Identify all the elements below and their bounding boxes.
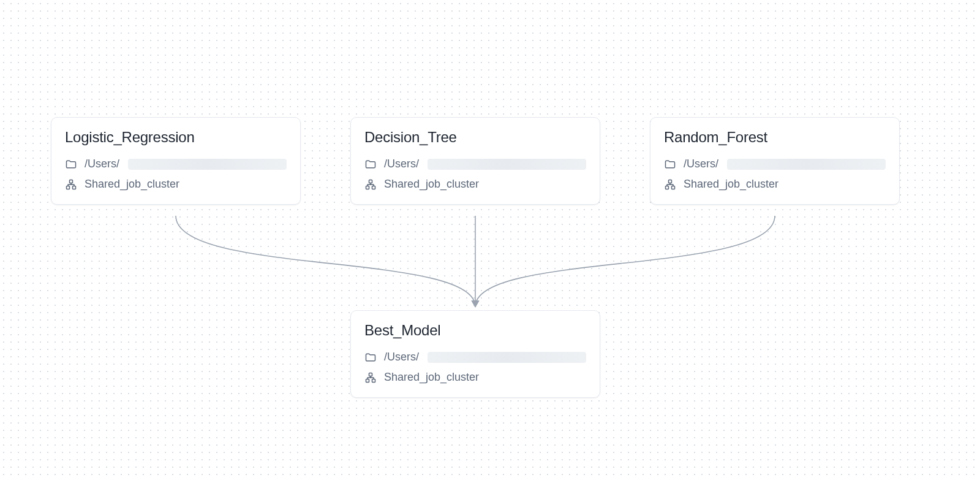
task-path-prefix: /Users/ (384, 157, 419, 171)
edge-rf-to-bm (475, 216, 775, 307)
redacted-path-segment (727, 159, 886, 170)
task-title: Logistic_Regression (65, 129, 287, 146)
task-path-prefix: /Users/ (684, 157, 718, 171)
task-cluster-row: Shared_job_cluster (364, 370, 586, 384)
folder-icon (364, 158, 377, 170)
task-cluster-row: Shared_job_cluster (364, 177, 586, 191)
redacted-path-segment (128, 159, 287, 170)
cluster-icon (65, 178, 77, 191)
cluster-icon (664, 178, 676, 191)
cluster-icon (364, 371, 377, 384)
task-path-row: /Users/ (664, 157, 886, 171)
task-title: Random_Forest (664, 129, 886, 146)
task-cluster-name: Shared_job_cluster (85, 177, 179, 191)
task-path-prefix: /Users/ (384, 350, 419, 364)
task-cluster-row: Shared_job_cluster (65, 177, 287, 191)
task-path-prefix: /Users/ (85, 157, 119, 171)
redacted-path-segment (428, 159, 586, 170)
task-cluster-name: Shared_job_cluster (384, 177, 479, 191)
task-cluster-name: Shared_job_cluster (684, 177, 778, 191)
cluster-icon (364, 178, 377, 191)
task-cluster-name: Shared_job_cluster (384, 370, 479, 384)
task-title: Best_Model (364, 322, 586, 339)
task-node-best-model[interactable]: Best_Model /Users/ Shared_job_cluster (350, 310, 600, 398)
task-cluster-row: Shared_job_cluster (664, 177, 886, 191)
task-path-row: /Users/ (364, 157, 586, 171)
folder-icon (65, 158, 77, 170)
redacted-path-segment (428, 352, 586, 363)
task-title: Decision_Tree (364, 129, 586, 146)
task-node-decision-tree[interactable]: Decision_Tree /Users/ Shared_job_cluster (350, 117, 600, 205)
task-path-row: /Users/ (364, 350, 586, 364)
workflow-dag-canvas[interactable]: Logistic_Regression /Users/ Shared_job_c… (0, 0, 980, 480)
task-path-row: /Users/ (65, 157, 287, 171)
task-node-random-forest[interactable]: Random_Forest /Users/ Shared_job_cluster (650, 117, 900, 205)
folder-icon (664, 158, 676, 170)
folder-icon (364, 351, 377, 364)
edge-lr-to-bm (176, 216, 475, 307)
edge-layer (0, 0, 980, 480)
task-node-logistic-regression[interactable]: Logistic_Regression /Users/ Shared_job_c… (51, 117, 301, 205)
